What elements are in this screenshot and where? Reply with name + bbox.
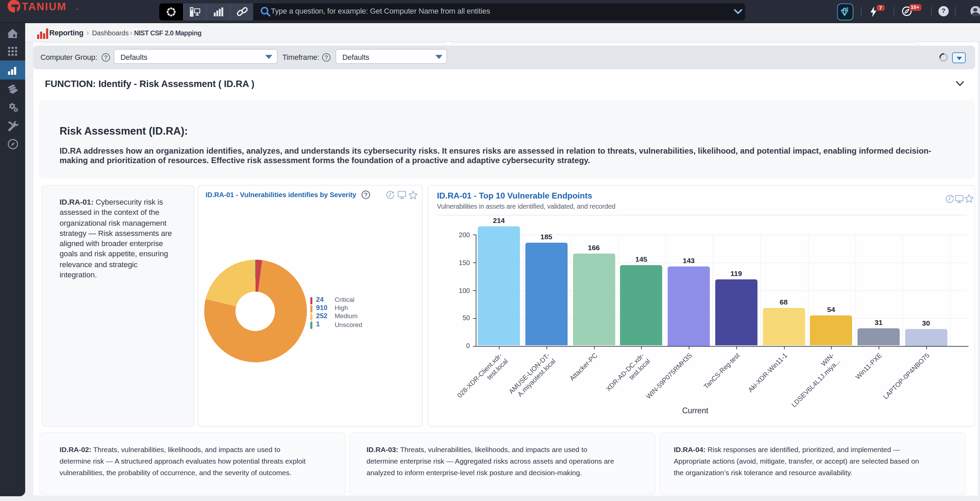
svg-text:?: ?: [324, 54, 328, 60]
svg-text:TANIUM: TANIUM: [22, 1, 67, 13]
svg-text:?: ?: [364, 192, 368, 198]
svg-text:?: ?: [104, 54, 108, 60]
